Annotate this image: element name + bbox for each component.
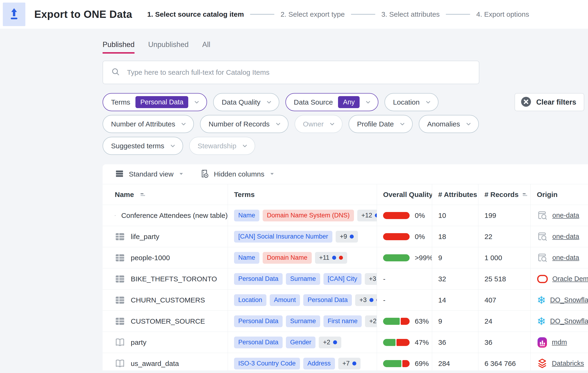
hidden-columns-selector[interactable]: Hidden columns [199,169,275,180]
term-chip-personal-data[interactable]: Personal Data [234,337,283,348]
tab-all[interactable]: All [202,40,210,54]
column-header-label: Name [115,191,134,199]
origin-link-one-data[interactable]: one-data [552,211,579,219]
view-selector[interactable]: Standard view [115,169,184,179]
quality-value: 0% [415,233,425,241]
term-chip-12[interactable]: +12 [357,210,377,221]
term-chip-11[interactable]: +11 [315,252,347,264]
view-selector-label: Standard view [129,170,173,178]
term-chip-label: Name [238,254,255,261]
term-chip-2[interactable]: +2 [319,337,341,348]
term-chip-name[interactable]: Name [234,252,259,264]
filters: Clear filters TermsPersonal DataData Qua… [103,93,584,155]
origin-link-databricks[interactable]: Databricks [552,360,584,367]
table-row-quality: 0% [377,205,432,226]
blue-dot-icon [332,256,336,260]
filter-anomalies[interactable]: Anomalies [419,115,479,133]
table-row-origin: ❄DO_Snowfla [530,289,588,310]
databricks-icon [537,358,548,369]
term-chip-domain-name-system-dns[interactable]: Domain Name System (DNS) [263,210,354,221]
term-chip-personal-data[interactable]: Personal Data [234,315,283,327]
filter-terms[interactable]: TermsPersonal Data [103,93,207,111]
origin-link-do-snowfla[interactable]: DO_Snowfla [550,317,588,325]
sort-icon[interactable] [140,192,146,198]
origin-link-one-data[interactable]: one-data [552,233,579,241]
filter-location[interactable]: Location [385,93,438,111]
term-chip-gender[interactable]: Gender [286,337,315,348]
term-chip-9[interactable]: +9 [336,231,358,242]
table-row-name[interactable]: BIKE_THEFTS_TORONTO [103,268,228,289]
filter-number-of-attributes[interactable]: Number of Attributes [103,115,194,133]
quality-value: 47% [415,339,429,346]
term-chip-personal-data[interactable]: Personal Data [303,294,352,306]
term-chip-7[interactable]: +7 [338,358,361,370]
column-header-name[interactable]: Name [103,184,228,205]
term-chip-3[interactable]: +3 [365,273,377,285]
filter-data-quality[interactable]: Data Quality [213,93,279,111]
catalog-item-name: life_party [131,233,159,241]
filter-number-of-records[interactable]: Number of Records [200,115,288,133]
catalog-item-name: CHURN_CUSTOMERS [131,296,205,304]
table-row-name[interactable]: party [103,332,228,353]
filter-label: Owner [303,120,324,128]
term-chip-can-city[interactable]: [CAN] City [324,273,361,285]
filter-label: Anomalies [427,120,460,128]
filter-profile-date[interactable]: Profile Date [348,115,413,133]
term-chip-domain-name[interactable]: Domain Name [263,252,312,264]
search-input[interactable] [126,68,472,77]
term-chip-address[interactable]: Address [303,358,335,370]
origin-link-oracle-dem[interactable]: Oracle Dem [552,275,588,283]
quality-bar [383,339,410,346]
export-upload-tile[interactable] [3,3,25,26]
clear-filters-button[interactable]: Clear filters [514,93,584,111]
tab-published[interactable]: Published [103,40,135,54]
step-3: 3. Select attributes [381,10,440,18]
sort-icon[interactable] [522,192,528,198]
table-row-name[interactable]: us_award_data [103,353,228,370]
term-chip-iso-3-country-code[interactable]: ISO-3 Country Code [234,358,300,370]
filter-data-source[interactable]: Data SourceAny [285,93,379,111]
term-chip-location[interactable]: Location [234,294,266,306]
records-count: 6 364 766 [484,360,516,368]
term-chip-label: Name [238,212,255,219]
table-row-name[interactable]: CUSTOMER_SOURCE [103,310,228,332]
quality-value: - [383,296,385,304]
term-chip-surname[interactable]: Surname [286,315,320,327]
table-row-name[interactable]: people-1000 [103,247,228,268]
term-chip-personal-data[interactable]: Personal Data [234,273,283,285]
upload-icon [8,7,20,22]
term-chip-2[interactable]: +2 [365,315,377,327]
filter-stewardship[interactable]: Stewardship [189,137,255,155]
table-row-attributes: 284 [432,353,478,370]
term-chip-name[interactable]: Name [234,210,259,221]
table-row-name[interactable]: life_party [103,226,228,247]
term-chip-3[interactable]: +3 [355,294,377,306]
table-row-name[interactable]: CHURN_CUSTOMERS [103,289,228,310]
table-row-origin: ❄DO_Snowfla [530,310,588,332]
records-count: 22 [484,233,492,241]
origin-link-one-data[interactable]: one-data [552,254,579,262]
step-1: 1. Select source catalog item [147,10,244,18]
term-chip-label: First name [328,318,358,325]
filter-label: Suggested terms [111,142,164,150]
term-chip-surname[interactable]: Surname [286,273,320,285]
search-box[interactable] [103,61,479,84]
table-row-records: 407 [478,289,530,310]
quality-green-segment [383,339,396,346]
quality-value: 0% [415,211,425,219]
term-chip-first-name[interactable]: First name [324,315,362,327]
term-chip-can-social-insurance-number[interactable]: [CAN] Social Insurance Number [234,231,332,242]
filter-owner[interactable]: Owner [294,115,343,133]
tab-unpublished[interactable]: Unpublished [148,40,189,54]
table-row-name[interactable]: Conference Attendees (new table) [103,205,228,226]
column-header-records[interactable]: # Records [478,184,530,205]
origin-link-mdm[interactable]: mdm [552,339,567,346]
table-row-attributes: 18 [432,226,478,247]
column-header-label: # Attributes [438,191,477,199]
column-header-label: Terms [234,191,255,199]
quality-red-segment [402,360,410,367]
filter-label: Profile Date [357,120,394,128]
origin-link-do-snowfla[interactable]: DO_Snowfla [550,296,588,304]
term-chip-amount[interactable]: Amount [270,294,300,306]
filter-suggested-terms[interactable]: Suggested terms [103,137,183,155]
